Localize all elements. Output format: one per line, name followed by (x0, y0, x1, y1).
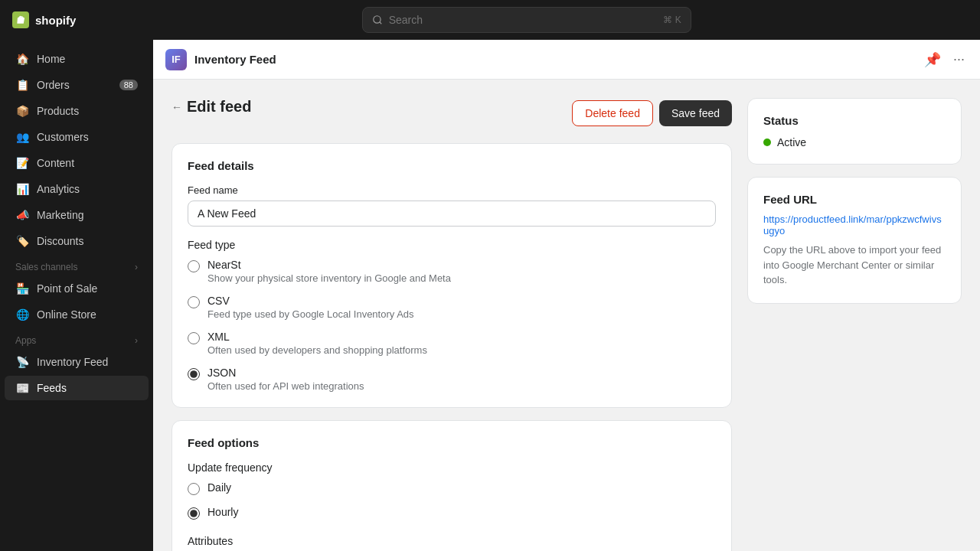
pin-button[interactable]: 📌 (921, 48, 944, 71)
sidebar-item-home[interactable]: 🏠 Home (5, 47, 149, 71)
feed-details-title: Feed details (188, 159, 716, 172)
page-title: Edit feed (187, 98, 251, 116)
sidebar-item-marketing[interactable]: 📣 Marketing (5, 203, 149, 227)
expand-apps-icon[interactable]: › (135, 335, 138, 346)
shopify-wordmark: shopify (35, 14, 76, 27)
status-value: Active (763, 136, 946, 148)
sidebar: 🏠 Home 📋 Orders 88 📦 Products 👥 Customer… (0, 40, 153, 551)
search-input[interactable] (389, 14, 658, 26)
sidebar-item-feeds[interactable]: 📰 Feeds (5, 376, 149, 400)
shopify-bag-icon (12, 11, 29, 28)
hourly-label: Hourly (207, 506, 238, 518)
hourly-radio[interactable] (188, 507, 200, 520)
feeds-icon: 📰 (15, 381, 29, 395)
search-shortcut: ⌘ K (663, 15, 681, 25)
sidebar-item-orders[interactable]: 📋 Orders 88 (5, 73, 149, 97)
feed-name-label: Feed name (188, 184, 716, 196)
store-icon: 🌐 (15, 308, 29, 321)
nearst-radio[interactable] (188, 260, 200, 272)
sidebar-item-content[interactable]: 📝 Content (5, 151, 149, 175)
back-arrow-icon: ← (172, 101, 182, 113)
feed-type-xml[interactable]: XML Often used by developers and shoppin… (188, 331, 716, 356)
status-active-dot (763, 139, 771, 146)
app-body: 🏠 Home 📋 Orders 88 📦 Products 👥 Customer… (0, 40, 980, 551)
feed-type-csv[interactable]: CSV Feed type used by Google Local Inven… (188, 295, 716, 320)
feed-type-label: Feed type (188, 239, 716, 251)
xml-desc: Often used by developers and shopping pl… (207, 344, 427, 356)
channel-title: Inventory Feed (194, 53, 276, 66)
svg-point-0 (373, 16, 380, 23)
search-bar[interactable]: ⌘ K (362, 7, 691, 33)
frequency-hourly[interactable]: Hourly (188, 506, 716, 520)
sidebar-item-inventory-feed[interactable]: 📡 Inventory Feed (5, 350, 149, 374)
sidebar-item-point-of-sale[interactable]: 🏪 Point of Sale (5, 276, 149, 301)
right-column: Status Active Feed URL https://productfe… (747, 98, 962, 551)
feed-details-card: Feed details Feed name Feed type NearSt … (172, 143, 732, 408)
update-frequency-label: Update frequency (188, 461, 716, 474)
marketing-icon: 📣 (15, 208, 29, 222)
feed-url-link[interactable]: https://productfeed.link/mar/ppkzwcfwivs… (763, 214, 946, 236)
orders-icon: 📋 (15, 78, 29, 92)
delete-feed-button[interactable]: Delete feed (572, 100, 653, 126)
csv-desc: Feed type used by Google Local Inventory… (207, 308, 414, 320)
home-icon: 🏠 (15, 52, 29, 66)
daily-label: Daily (207, 481, 231, 494)
status-text: Active (777, 136, 806, 148)
orders-badge: 88 (119, 80, 138, 90)
json-label: JSON (207, 367, 364, 379)
feed-url-card: Feed URL https://productfeed.link/mar/pp… (747, 177, 962, 304)
expand-sales-channels-icon[interactable]: › (135, 262, 138, 272)
main-content: ← Edit feed Delete feed Save feed Feed d… (153, 80, 980, 551)
status-title: Status (763, 114, 946, 127)
search-icon (372, 15, 383, 25)
feed-type-nearst[interactable]: NearSt Show your physical store inventor… (188, 259, 716, 284)
sidebar-item-products[interactable]: 📦 Products (5, 99, 149, 123)
page-actions: Delete feed Save feed (572, 100, 732, 126)
svg-line-1 (379, 22, 381, 24)
channel-actions: 📌 ··· (921, 48, 968, 71)
products-icon: 📦 (15, 104, 29, 118)
channel-header: IF Inventory Feed 📌 ··· (153, 40, 980, 80)
frequency-group: Daily Hourly (188, 481, 716, 520)
shopify-logo: shopify (12, 11, 76, 28)
apps-label: Apps › (0, 328, 153, 349)
pos-icon: 🏪 (15, 282, 29, 295)
nearst-desc: Show your physical store inventory in Go… (207, 272, 451, 284)
json-radio[interactable] (188, 368, 200, 380)
feed-type-json[interactable]: JSON Often used for API web integrations (188, 367, 716, 392)
content-area: IF Inventory Feed 📌 ··· ← Edit feed Dele… (153, 40, 980, 551)
feed-type-group: NearSt Show your physical store inventor… (188, 259, 716, 392)
feed-icon: 📡 (15, 355, 29, 369)
content-icon: 📝 (15, 156, 29, 170)
left-column: ← Edit feed Delete feed Save feed Feed d… (172, 98, 732, 551)
attributes-label: Attributes (188, 535, 716, 547)
frequency-daily[interactable]: Daily (188, 481, 716, 495)
csv-label: CSV (207, 295, 414, 307)
analytics-icon: 📊 (15, 182, 29, 196)
status-card: Status Active (747, 98, 962, 165)
feed-url-title: Feed URL (763, 193, 946, 206)
sidebar-item-online-store[interactable]: 🌐 Online Store (5, 302, 149, 327)
feed-url-desc: Copy the URL above to import your feed i… (763, 243, 946, 288)
topbar: shopify ⌘ K (0, 0, 980, 40)
channel-icon: IF (165, 49, 187, 70)
more-options-button[interactable]: ··· (950, 48, 968, 70)
daily-radio[interactable] (188, 483, 200, 495)
nearst-label: NearSt (207, 259, 451, 271)
xml-label: XML (207, 331, 427, 343)
discounts-icon: 🏷️ (15, 234, 29, 248)
csv-radio[interactable] (188, 296, 200, 308)
sidebar-item-analytics[interactable]: 📊 Analytics (5, 177, 149, 201)
feed-options-title: Feed options (188, 436, 716, 449)
sidebar-item-discounts[interactable]: 🏷️ Discounts (5, 229, 149, 253)
feed-name-input[interactable] (188, 201, 716, 227)
sales-channels-label: Sales channels › (0, 254, 153, 276)
back-link[interactable]: ← Edit feed (172, 98, 251, 116)
customers-icon: 👥 (15, 130, 29, 144)
save-feed-button[interactable]: Save feed (659, 100, 732, 126)
sidebar-item-customers[interactable]: 👥 Customers (5, 125, 149, 149)
json-desc: Often used for API web integrations (207, 380, 364, 392)
feed-options-card: Feed options Update frequency Daily Hour… (172, 420, 732, 551)
xml-radio[interactable] (188, 332, 200, 344)
